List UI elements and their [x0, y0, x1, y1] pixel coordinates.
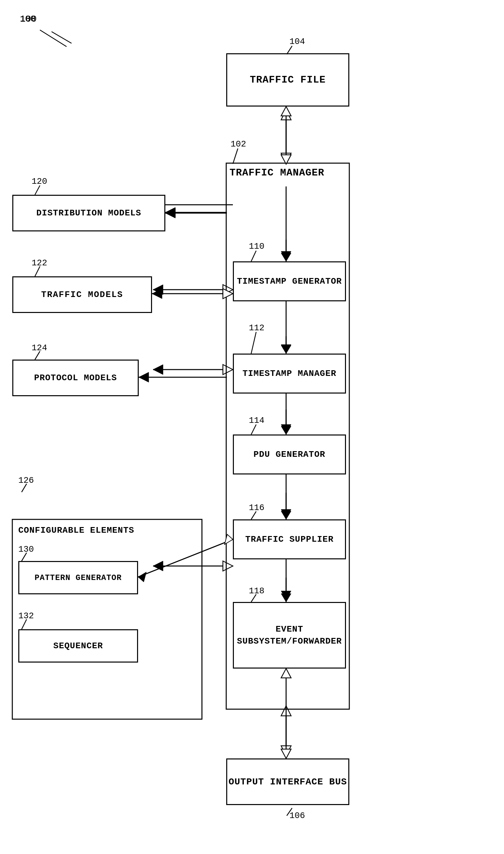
pattern-generator-box: PATTERN GENERATOR [18, 561, 138, 594]
timestamp-manager-box: TIMESTAMP MANAGER [233, 353, 346, 394]
traffic-file-label: TRAFFIC FILE [250, 74, 326, 86]
svg-marker-45 [139, 372, 149, 382]
ref-130-label: 130 [18, 544, 34, 554]
connectors-svg [0, 0, 504, 854]
svg-marker-50 [138, 572, 146, 582]
ref-124-label: 124 [32, 343, 47, 353]
sequencer-label: SEQUENCER [53, 641, 103, 651]
svg-marker-61 [281, 253, 291, 261]
ref-112-label: 112 [249, 323, 265, 333]
svg-marker-22 [153, 561, 163, 571]
distribution-models-label: DISTRIBUTION MODELS [36, 208, 141, 218]
svg-marker-17 [281, 424, 291, 433]
configurable-elements-label: CONFIGURABLE ELEMENTS [18, 525, 134, 535]
timestamp-manager-label: TIMESTAMP MANAGER [242, 369, 336, 379]
svg-line-34 [251, 332, 256, 353]
svg-marker-51 [224, 534, 233, 544]
output-interface-bus-box: OUTPUT INTERFACE BUS [226, 759, 349, 805]
ref-114-label: 114 [249, 416, 265, 425]
ref-106-label: 106 [289, 811, 305, 821]
svg-line-33 [251, 251, 256, 261]
svg-line-39 [35, 186, 40, 195]
protocol-models-label: PROTOCOL MODELS [34, 373, 117, 383]
svg-marker-55 [281, 426, 291, 435]
svg-line-0 [52, 32, 72, 43]
output-interface-bus-label: OUTPUT INTERFACE BUS [229, 777, 347, 787]
svg-marker-27 [281, 746, 291, 756]
svg-marker-2 [281, 110, 291, 120]
ref-118-label: 118 [249, 586, 265, 596]
svg-marker-24 [281, 591, 291, 599]
svg-marker-21 [223, 561, 233, 571]
svg-marker-67 [281, 749, 291, 759]
ref-116-label: 116 [249, 503, 265, 513]
ref-110-label: 110 [249, 241, 265, 251]
svg-marker-63 [281, 107, 291, 116]
svg-marker-59 [281, 594, 291, 602]
timestamp-generator-label: TIMESTAMP GENERATOR [237, 276, 342, 286]
svg-marker-7 [281, 251, 291, 260]
distribution-models-box: DISTRIBUTION MODELS [12, 195, 165, 231]
svg-marker-12 [281, 345, 291, 353]
traffic-models-label: TRAFFIC MODELS [41, 290, 123, 300]
svg-marker-57 [281, 511, 291, 519]
ref-102-label: 102 [231, 139, 246, 149]
sequencer-box: SEQUENCER [18, 629, 138, 663]
svg-marker-15 [153, 365, 163, 374]
traffic-supplier-label: TRAFFIC SUPPLIER [245, 534, 334, 544]
svg-marker-72 [223, 289, 233, 299]
timestamp-generator-box: TIMESTAMP GENERATOR [233, 261, 346, 301]
event-subsystem-label: EVENT SUBSYSTEM/FORWARDER [237, 623, 342, 648]
svg-line-32 [233, 149, 238, 164]
ref-104-label: 104 [289, 37, 305, 47]
pattern-generator-label: PATTERN GENERATOR [35, 573, 122, 582]
svg-marker-26 [281, 706, 291, 716]
diagram-container: 100 100 TRAFFIC FILE 104 102 TRAFFIC MAN… [0, 0, 504, 854]
traffic-manager-label: TRAFFIC MANAGER [230, 167, 324, 178]
traffic-supplier-box: TRAFFIC SUPPLIER [233, 519, 346, 559]
ref-120-label: 120 [32, 176, 47, 187]
event-subsystem-box: EVENT SUBSYSTEM/FORWARDER [233, 602, 346, 668]
svg-line-49 [138, 539, 233, 577]
ref-122-label: 122 [32, 258, 47, 268]
svg-marker-41 [165, 207, 175, 217]
svg-marker-66 [281, 668, 291, 678]
svg-marker-71 [152, 289, 162, 299]
ref-126-label: 126 [18, 475, 34, 485]
svg-line-30 [40, 30, 67, 47]
traffic-models-box: TRAFFIC MODELS [12, 276, 152, 313]
svg-marker-64 [281, 155, 291, 164]
pdu-generator-label: PDU GENERATOR [253, 450, 325, 459]
svg-marker-9 [223, 285, 233, 295]
svg-marker-3 [281, 153, 291, 163]
svg-marker-14 [223, 365, 233, 374]
traffic-file-box: TRAFFIC FILE [226, 53, 349, 107]
svg-marker-53 [281, 345, 291, 353]
ref-132-label: 132 [18, 611, 34, 621]
svg-marker-19 [281, 509, 291, 518]
protocol-models-box: PROTOCOL MODELS [12, 360, 139, 396]
svg-marker-69 [165, 208, 175, 218]
svg-rect-29 [12, 519, 202, 719]
svg-marker-10 [153, 285, 163, 295]
svg-line-35 [251, 424, 256, 435]
pdu-generator-box: PDU GENERATOR [233, 435, 346, 474]
